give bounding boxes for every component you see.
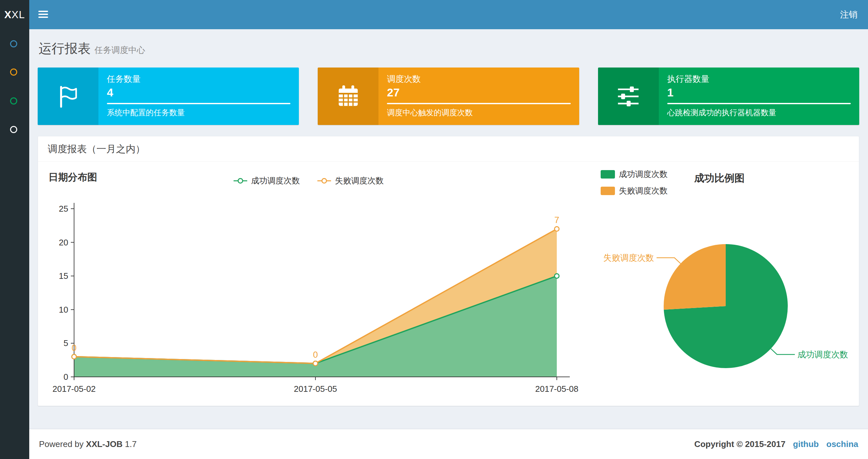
svg-text:25: 25 [59,204,68,214]
svg-text:20: 20 [59,238,68,248]
svg-text:成功调度次数: 成功调度次数 [798,350,848,359]
info-box-content: 任务数量 4 系统中配置的任务数量 [98,67,299,125]
powered-prefix: Powered by [39,439,84,449]
product-name: XXL-JOB [86,439,123,449]
svg-text:15: 15 [59,271,68,281]
info-box-number: 27 [387,86,570,99]
sidebar-item-2[interactable] [10,68,19,77]
legend-label: 成功调度次数 [251,175,300,186]
svg-text:10: 10 [59,305,68,315]
page-subtitle: 任务调度中心 [95,45,145,55]
svg-text:0: 0 [313,350,318,360]
powered-by: Powered by XXL-JOB 1.7 [39,429,137,459]
svg-text:2017-05-05: 2017-05-05 [294,384,337,394]
info-box-description: 调度中心触发的调度次数 [387,107,570,118]
info-box-triggers: 调度次数 27 调度中心触发的调度次数 [318,67,579,125]
legend-label: 失败调度次数 [335,175,384,186]
date-distribution-chart: 05101520252017-05-022017-05-052017-05-08… [51,194,597,396]
info-box-description: 系统中配置的任务数量 [107,107,290,118]
legend-label: 成功调度次数 [619,169,668,179]
info-box-executors: 执行器数量 1 心跳检测成功的执行器机器数量 [598,67,859,125]
copyright: Copyright © 2015-2017 github oschina [694,429,858,459]
report-panel: 调度报表（一月之内） 日期分布图 成功调度次数 失败调度次数 051015202… [38,136,859,406]
info-box-number: 4 [107,86,290,99]
progress-bar [387,103,570,104]
progress-bar [107,103,290,104]
legend-item-fail[interactable]: 失败调度次数 [601,185,668,196]
legend-swatch [601,187,615,195]
legend-swatch [601,170,615,178]
info-box-content: 执行器数量 1 心跳检测成功的执行器机器数量 [659,67,859,125]
circle-icon [10,97,17,104]
sliders-icon [598,67,659,125]
info-box-title: 任务数量 [107,73,290,85]
info-box-row: 任务数量 4 系统中配置的任务数量 调度次数 27 调度中心触发的调 [38,67,859,125]
info-box-number: 1 [667,86,851,99]
top-navbar: XXL 注销 [0,0,868,29]
circle-icon [10,126,17,133]
app-logo-light: XL [12,9,25,21]
line-chart-legend: 成功调度次数 失败调度次数 [233,175,384,186]
info-box-description: 心跳检测成功的执行器机器数量 [667,107,851,118]
line-chart-title: 日期分布图 [49,171,97,184]
panel-title: 调度报表（一月之内） [38,136,859,162]
legend-item-fail[interactable]: 失败调度次数 [317,175,384,186]
info-box-title: 执行器数量 [667,73,851,85]
panel-body: 日期分布图 成功调度次数 失败调度次数 05101520252017-05-02… [38,162,859,406]
svg-text:2017-05-02: 2017-05-02 [53,384,96,394]
legend-item-success[interactable]: 成功调度次数 [233,175,300,186]
page-header: 运行报表任务调度中心 [39,40,145,58]
github-link[interactable]: github [793,439,818,449]
page-title: 运行报表 [39,41,91,56]
info-box-content: 调度次数 27 调度中心触发的调度次数 [378,67,579,125]
svg-text:2017-05-08: 2017-05-08 [535,384,579,394]
oschina-link[interactable]: oschina [827,439,858,449]
copyright-text: Copyright © 2015-2017 [694,439,785,449]
svg-text:5: 5 [64,338,68,348]
success-ratio-pie-chart: 成功调度次数失败调度次数 [587,196,860,378]
pie-chart-title: 成功比例图 [694,171,745,185]
info-box-jobs: 任务数量 4 系统中配置的任务数量 [38,67,299,125]
circle-icon [10,68,17,76]
circle-icon [10,40,17,47]
product-version: 1.7 [125,439,136,449]
sidebar-item-4[interactable] [10,126,19,135]
logout-link[interactable]: 注销 [840,0,858,29]
app-logo-bold: X [4,9,11,21]
calendar-icon [318,67,378,125]
legend-item-success[interactable]: 成功调度次数 [601,169,668,179]
flag-icon [38,67,98,125]
progress-bar [667,103,851,104]
legend-label: 失败调度次数 [619,185,668,196]
app-logo[interactable]: XXL [0,0,29,29]
svg-text:0: 0 [71,343,76,353]
sidebar [0,29,29,459]
svg-text:0: 0 [64,372,68,382]
info-box-title: 调度次数 [387,73,570,85]
sidebar-item-1[interactable] [10,40,19,50]
sidebar-toggle-icon[interactable] [38,9,50,20]
svg-text:失败调度次数: 失败调度次数 [603,253,654,263]
page-footer: Powered by XXL-JOB 1.7 Copyright © 2015-… [29,429,868,459]
sidebar-item-3[interactable] [10,97,19,106]
svg-text:7: 7 [554,215,559,225]
